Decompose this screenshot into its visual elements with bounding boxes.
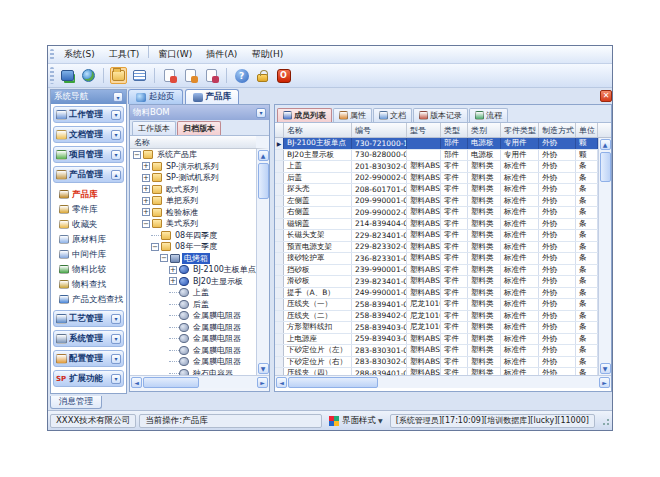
tree-node-12[interactable]: 上盖 [130, 287, 256, 299]
table-vertical-scrollbar[interactable]: ▲ ▼ [598, 138, 611, 375]
table-row[interactable]: 下砂定位片（右）283-830302-00X塑料ABS零件塑料类标准件外协条 [275, 357, 598, 369]
document-new-icon[interactable] [161, 67, 178, 84]
scroll-up-icon[interactable]: ▲ [600, 139, 611, 150]
detail-tab-1[interactable]: 属性 [333, 108, 372, 122]
column-header-7[interactable]: 单位 [576, 123, 598, 137]
help-icon[interactable]: ? [233, 67, 250, 84]
table-row[interactable]: 滑砂板239-823401-00X塑料ABS零件塑料类标准件外协条 [275, 276, 598, 288]
table-row[interactable]: 挡砂板239-990001-01X塑料ABS零件塑料类标准件外协条 [275, 265, 598, 277]
menu-item-2[interactable]: 窗口(W) [151, 46, 199, 63]
column-header-2[interactable]: 型号 [407, 123, 441, 137]
table-horizontal-scrollbar[interactable]: ◄ ► [275, 375, 611, 388]
column-header-1[interactable]: 编号 [352, 123, 407, 137]
column-header-5[interactable]: 零件类型 [501, 123, 539, 137]
open-folder-icon[interactable] [110, 67, 127, 84]
chevron-up-icon[interactable]: ▴ [111, 170, 121, 180]
tree-expander-icon[interactable]: − [151, 243, 159, 251]
exit-icon[interactable]: O [275, 67, 292, 84]
sidebar-item-2[interactable]: 收藏夹 [59, 217, 124, 232]
sidebar-item-4[interactable]: 中间件库 [59, 247, 124, 262]
sidebar-group-1[interactable]: 文档管理▾ [53, 126, 124, 143]
tree-hscroll-thumb[interactable] [143, 377, 199, 388]
table-row[interactable]: 后盖202-990002-01X塑料ABS零件塑料类标准件外协条 [275, 173, 598, 185]
doc-tab-product-library[interactable]: 产品库 [185, 89, 240, 104]
menu-item-4[interactable]: 帮助(H) [244, 46, 290, 63]
column-header-3[interactable]: 类型 [441, 123, 468, 137]
sidebar-group-2[interactable]: 项目管理▾ [53, 146, 124, 163]
sidebar-group-3[interactable]: 产品管理▴ [53, 166, 124, 183]
message-management-tab[interactable]: 消息管理 [50, 396, 102, 409]
chevron-down-icon[interactable]: ▾ [111, 374, 121, 384]
table-row[interactable]: 压线夹（二）258-839402-00X尼龙1010零件塑料类标准件外协条 [275, 311, 598, 323]
monitor-icon[interactable] [59, 67, 76, 84]
tree-node-5[interactable]: +检验标准 [130, 207, 256, 219]
column-header-0[interactable]: 名称 [284, 123, 352, 137]
sidebar-group-5[interactable]: 系统管理▾ [53, 330, 124, 347]
tree-expander-icon[interactable]: + [142, 185, 150, 193]
menu-item-0[interactable]: 系统(S) [57, 46, 102, 63]
lock-icon[interactable] [254, 67, 271, 84]
table-row[interactable]: 压线夹（四）288-839401-00X塑料ABS零件塑料类标准件外协条 [275, 368, 598, 375]
tree-expander-icon[interactable]: + [169, 266, 177, 274]
detail-tab-0[interactable]: 成员列表 [277, 108, 332, 122]
table-row[interactable]: 磁钢盖214-839404-01X塑料ABS零件塑料类标准件外协条 [275, 219, 598, 231]
tree-scroll-thumb[interactable] [258, 163, 269, 199]
scroll-left-icon[interactable]: ◄ [276, 377, 287, 388]
tree-expander-icon[interactable]: − [133, 151, 141, 159]
ui-style-button[interactable]: 界面样式 ▼ [325, 413, 387, 428]
tree-node-8[interactable]: −08年一季度 [130, 241, 256, 253]
chevron-down-icon[interactable]: ▾ [111, 334, 121, 344]
globe-icon[interactable] [80, 67, 97, 84]
scroll-down-icon[interactable]: ▼ [600, 363, 611, 374]
tree-node-17[interactable]: 金属膜电阻器 [130, 345, 256, 357]
tree-expander-icon[interactable]: − [142, 220, 150, 228]
sidebar-group-0[interactable]: 工作管理▾ [53, 106, 124, 123]
menu-item-3[interactable]: 插件(A) [199, 46, 244, 63]
bom-panel-pin-button[interactable]: ▾ [256, 108, 266, 118]
sidebar-item-1[interactable]: 零件库 [59, 202, 124, 217]
tree-node-9[interactable]: −电烤箱 [130, 253, 256, 265]
table-row[interactable]: 预置电源支架229-823302-00X塑料ABS零件塑料类标准件外协条 [275, 242, 598, 254]
toolbar-grip[interactable] [50, 67, 54, 83]
table-row[interactable]: 右侧盖209-990002-01X塑料ABS零件塑料类标准件外协条 [275, 207, 598, 219]
chevron-down-icon[interactable]: ▾ [111, 110, 121, 120]
detail-tab-2[interactable]: 文档 [373, 108, 412, 122]
table-row[interactable]: 上电源座259-839403-00X塑料ABS零件塑料类标准件外协条 [275, 334, 598, 346]
table-row[interactable]: 下砂定位片（左）283-830301-00X塑料ABS零件塑料类标准件外协条 [275, 345, 598, 357]
sidebar-group-4[interactable]: 工艺管理▾ [53, 310, 124, 327]
table-row[interactable]: 方形塑料线扣258-839403-00X尼龙1010零件塑料类标准件外协条 [275, 322, 598, 334]
column-header-6[interactable]: 制造方式 [539, 123, 576, 137]
tree-node-16[interactable]: 金属膜电阻器 [130, 333, 256, 345]
report-grid-icon[interactable] [131, 67, 148, 84]
chevron-down-icon[interactable]: ▾ [111, 130, 121, 140]
tree-expander-icon[interactable]: + [142, 174, 150, 182]
tree-node-6[interactable]: −美式系列 [130, 218, 256, 230]
scroll-up-icon[interactable]: ▲ [258, 150, 269, 161]
column-header-4[interactable]: 类别 [468, 123, 501, 137]
tree-node-14[interactable]: 金属膜电阻器 [130, 310, 256, 322]
tree-node-15[interactable]: 金属膜电阻器 [130, 322, 256, 334]
detail-tab-3[interactable]: 版本记录 [413, 108, 468, 122]
sidebar-item-3[interactable]: 原材料库 [59, 232, 124, 247]
tree-node-10[interactable]: +BJ-2100主板单点 [130, 264, 256, 276]
sidebar-item-0[interactable]: 产品库 [59, 187, 124, 202]
tree-node-4[interactable]: +单把系列 [130, 195, 256, 207]
table-row[interactable]: 提手（A、B）249-990001-01X塑料ABS零件塑料类标准件外协条 [275, 288, 598, 300]
scroll-right-icon[interactable]: ► [599, 377, 610, 388]
tree-node-7[interactable]: 08年四季度 [130, 230, 256, 242]
table-row[interactable]: 上盖201-830302-00X塑料ABS零件塑料类标准件外协条 [275, 161, 598, 173]
tree-node-1[interactable]: +SP-演示机系列 [130, 161, 256, 173]
table-row[interactable]: BJ20主显示板730-828000-04X部件电源板专用件外协颗 [275, 150, 598, 162]
tree-expander-icon[interactable]: − [160, 254, 168, 262]
sidebar-item-5[interactable]: 物料比较 [59, 262, 124, 277]
document-send-icon[interactable] [182, 67, 199, 84]
sidebar-item-7[interactable]: 产品文档查找 [59, 292, 124, 307]
resize-grip[interactable] [600, 416, 610, 426]
tree-horizontal-scrollbar[interactable]: ◄ ► [130, 375, 269, 388]
sidebar-group-6[interactable]: 配置管理▾ [53, 350, 124, 367]
bom-tab-0[interactable]: 工作版本 [132, 121, 176, 135]
close-tab-button[interactable]: ✕ [600, 90, 612, 102]
tree-node-19[interactable]: 独石电容器 [130, 368, 256, 376]
tree-expander-icon[interactable]: + [142, 162, 150, 170]
sidebar-collapse-button[interactable]: ▾ [113, 92, 123, 102]
